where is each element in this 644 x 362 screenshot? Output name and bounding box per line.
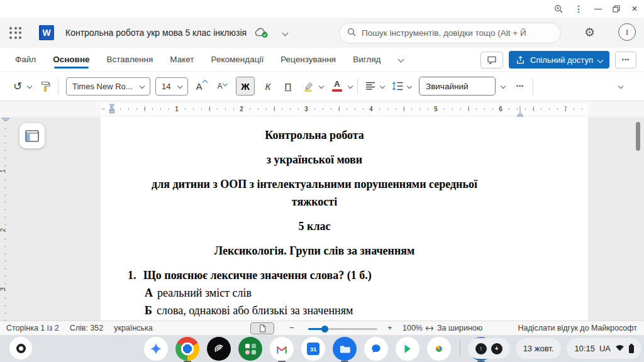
page-count-status[interactable]: Сторінка 1 із 2 bbox=[6, 324, 59, 332]
vertical-indent-marker[interactable] bbox=[1, 115, 10, 126]
zoom-level[interactable]: 100% bbox=[402, 324, 423, 332]
word-logo-letter: W bbox=[42, 28, 50, 38]
close-button[interactable]: ✕ bbox=[631, 4, 638, 13]
messages-app-icon[interactable] bbox=[364, 337, 388, 361]
launcher-icon bbox=[16, 344, 26, 353]
indent-marker-left[interactable] bbox=[108, 104, 116, 117]
calendar-app-icon[interactable]: 31 bbox=[301, 337, 325, 361]
style-chevron-icon[interactable] bbox=[501, 84, 506, 89]
undo-button[interactable]: ↺ bbox=[10, 77, 25, 96]
align-chevron-icon[interactable] bbox=[380, 84, 385, 89]
status-left: Сторінка 1 із 2 Слів: 352 українська bbox=[6, 321, 153, 335]
shelf-launcher-button[interactable] bbox=[9, 337, 32, 359]
chrome-app-icon[interactable] bbox=[175, 337, 199, 361]
ruler-number: 2 bbox=[240, 105, 243, 112]
bold-button[interactable]: Ж bbox=[236, 77, 255, 96]
tabs-overflow-chevron-icon[interactable] bbox=[398, 57, 404, 63]
title-chevron-icon[interactable] bbox=[282, 30, 289, 36]
search-input[interactable] bbox=[362, 28, 553, 38]
align-button[interactable] bbox=[363, 77, 378, 96]
gemini-app-icon[interactable] bbox=[144, 337, 168, 361]
tab-view[interactable]: Вигляд bbox=[353, 48, 380, 71]
status-pill[interactable]: 10:15 UA bbox=[567, 338, 641, 359]
pane-toggle-icon bbox=[25, 130, 39, 142]
feedback-link[interactable]: Надіслати відгук до Майкрософт bbox=[518, 324, 637, 332]
tab-file[interactable]: Файл bbox=[15, 48, 36, 71]
underline-button[interactable]: П bbox=[280, 77, 296, 96]
horizontal-ruler[interactable]: 1 2 3 4 5 6 7 bbox=[101, 103, 588, 115]
doc-heading: тяжкості bbox=[128, 193, 501, 211]
app-header: W Контрольна робота укр мова 5 клас інкл… bbox=[0, 18, 644, 48]
tab-recommendations[interactable]: Рекомендації bbox=[211, 48, 264, 71]
settings-gear-icon[interactable]: ⚙ bbox=[584, 25, 595, 40]
spiral-app-icon[interactable] bbox=[207, 337, 231, 361]
font-name-value: Times New Ro... bbox=[72, 82, 133, 91]
gmail-app-icon[interactable] bbox=[270, 337, 294, 361]
restore-button[interactable] bbox=[613, 5, 620, 13]
document-content: Контрольна робота з української мови для… bbox=[128, 126, 501, 319]
toolbar-more-button[interactable]: ••• bbox=[513, 77, 528, 96]
font-color-button[interactable]: А bbox=[330, 77, 345, 96]
tab-review[interactable]: Рецензування bbox=[280, 48, 336, 71]
highlight-chevron-icon[interactable] bbox=[319, 84, 324, 89]
ribbon-toolbar: ↺ Times New Ro... 14 А А Ж К П А bbox=[0, 72, 644, 101]
ribbon-right-actions: Спільний доступ ••• bbox=[480, 51, 636, 69]
doc-heading: 5 клас bbox=[128, 217, 501, 235]
files-app-icon[interactable] bbox=[333, 337, 357, 361]
word-count-status[interactable]: Слів: 352 bbox=[70, 324, 104, 332]
update-pill[interactable]: ↑ + bbox=[468, 338, 510, 359]
font-color-chevron-icon[interactable] bbox=[348, 84, 353, 89]
search-bar[interactable] bbox=[339, 23, 561, 43]
vertical-scrollbar-thumb[interactable] bbox=[636, 122, 640, 151]
page-view-button[interactable] bbox=[250, 322, 274, 334]
italic-button[interactable]: К bbox=[260, 77, 276, 96]
zoom-slider-thumb[interactable] bbox=[321, 326, 328, 332]
language-status[interactable]: українська bbox=[114, 324, 152, 332]
comments-button[interactable] bbox=[480, 52, 503, 69]
browser-menu-icon[interactable]: ⋮ bbox=[574, 4, 583, 14]
minimize-button[interactable]: — bbox=[594, 4, 601, 13]
date-pill[interactable]: 13 жовт. bbox=[516, 338, 562, 359]
grow-font-button[interactable]: А bbox=[194, 77, 209, 96]
share-chevron-icon bbox=[597, 57, 604, 63]
tab-layout[interactable]: Макет bbox=[170, 48, 194, 71]
document-title[interactable]: Контрольна робота укр мова 5 клас інклюз… bbox=[65, 28, 247, 38]
fit-width-label[interactable]: За шириною bbox=[437, 324, 482, 332]
date-label: 13 жовт. bbox=[523, 344, 554, 353]
format-painter-button[interactable] bbox=[38, 77, 53, 96]
highlight-button[interactable] bbox=[301, 77, 316, 96]
zoom-in-button[interactable]: + bbox=[387, 323, 392, 332]
vertical-ruler[interactable]: 1 2 3 bbox=[0, 117, 10, 321]
zoom-out-button[interactable]: − bbox=[289, 323, 294, 332]
ribbon-more-button[interactable]: ••• bbox=[615, 52, 636, 69]
ruler-number: 3 bbox=[304, 105, 308, 112]
photos-app-icon[interactable] bbox=[427, 337, 451, 361]
navigation-pane-toggle-button[interactable] bbox=[19, 123, 45, 148]
share-button[interactable]: Спільний доступ bbox=[509, 51, 609, 69]
word-logo-icon[interactable]: W bbox=[39, 25, 54, 40]
style-select[interactable]: Звичайний bbox=[419, 77, 496, 96]
document-page[interactable]: Контрольна робота з української мови для… bbox=[101, 117, 588, 321]
tab-home[interactable]: Основне bbox=[53, 48, 89, 71]
play-store-app-icon[interactable] bbox=[396, 337, 419, 361]
toolbar-separator bbox=[58, 79, 58, 94]
ribbon-collapse-chevron-icon[interactable] bbox=[618, 84, 623, 89]
tab-insert[interactable]: Вставлення bbox=[107, 48, 153, 71]
account-avatar[interactable]: I bbox=[618, 23, 636, 41]
share-label: Спільний доступ bbox=[530, 55, 593, 65]
fit-width-icon[interactable] bbox=[425, 324, 434, 332]
zoom-page-icon[interactable] bbox=[554, 4, 563, 13]
line-spacing-button[interactable] bbox=[390, 77, 405, 96]
app-launcher-icon[interactable] bbox=[9, 27, 21, 39]
font-size-select[interactable]: 14 bbox=[155, 77, 188, 96]
zoom-slider[interactable] bbox=[308, 328, 377, 330]
font-name-select[interactable]: Times New Ro... bbox=[66, 77, 150, 96]
time-label: 10:15 bbox=[574, 344, 595, 353]
shrink-font-button[interactable]: А bbox=[214, 77, 230, 96]
question-text: Що пояснює лексичне значення слова? (1 б… bbox=[143, 266, 372, 284]
line-spacing-chevron-icon[interactable] bbox=[407, 84, 412, 89]
format-painter-icon bbox=[40, 81, 50, 92]
undo-chevron-icon[interactable] bbox=[27, 84, 32, 89]
save-status-cloud-icon[interactable] bbox=[254, 27, 269, 38]
green-shapes-app-icon[interactable] bbox=[238, 337, 262, 361]
